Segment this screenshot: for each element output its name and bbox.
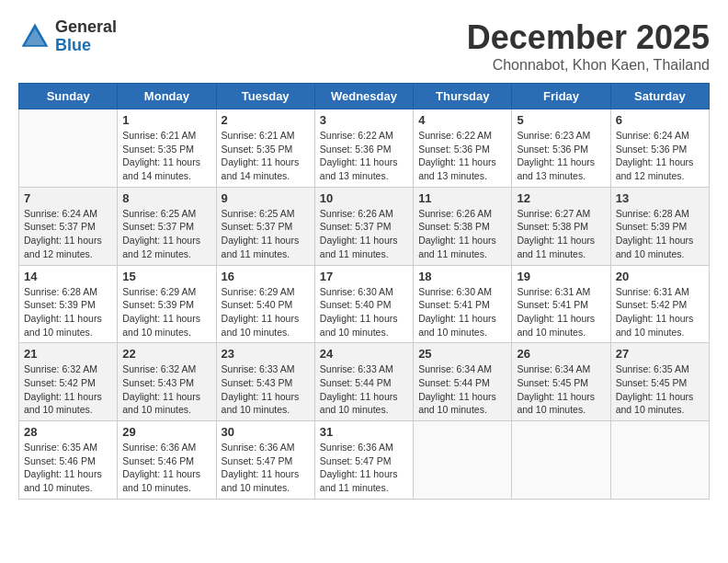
logo-blue: Blue — [55, 37, 117, 55]
day-number: 7 — [24, 191, 112, 205]
calendar-day-cell: 8Sunrise: 6:25 AM Sunset: 5:37 PM Daylig… — [118, 187, 216, 265]
day-number: 5 — [517, 113, 605, 127]
day-number: 22 — [122, 347, 210, 361]
logo-general: General — [55, 18, 117, 37]
day-info: Sunrise: 6:35 AM Sunset: 5:45 PM Dayligh… — [616, 362, 704, 417]
calendar-header-row: SundayMondayTuesdayWednesdayThursdayFrid… — [19, 84, 710, 109]
calendar-day-cell: 18Sunrise: 6:30 AM Sunset: 5:41 PM Dayli… — [414, 265, 512, 343]
calendar-day-header: Tuesday — [216, 84, 314, 109]
day-info: Sunrise: 6:36 AM Sunset: 5:46 PM Dayligh… — [122, 441, 210, 495]
day-info: Sunrise: 6:36 AM Sunset: 5:47 PM Dayligh… — [320, 441, 408, 495]
calendar-day-cell: 22Sunrise: 6:32 AM Sunset: 5:43 PM Dayli… — [118, 343, 216, 421]
month-title: December 2025 — [467, 18, 710, 57]
calendar-day-cell: 4Sunrise: 6:22 AM Sunset: 5:36 PM Daylig… — [414, 109, 512, 188]
calendar-day-cell: 17Sunrise: 6:30 AM Sunset: 5:40 PM Dayli… — [314, 265, 413, 343]
day-number: 19 — [517, 270, 605, 283]
calendar-day-cell: 2Sunrise: 6:21 AM Sunset: 5:35 PM Daylig… — [216, 109, 314, 188]
day-info: Sunrise: 6:33 AM Sunset: 5:43 PM Dayligh… — [222, 362, 310, 417]
day-number: 15 — [122, 270, 210, 283]
calendar-day-cell: 19Sunrise: 6:31 AM Sunset: 5:41 PM Dayli… — [512, 265, 610, 343]
day-info: Sunrise: 6:32 AM Sunset: 5:42 PM Dayligh… — [24, 362, 112, 417]
day-info: Sunrise: 6:30 AM Sunset: 5:41 PM Dayligh… — [418, 285, 506, 339]
day-info: Sunrise: 6:28 AM Sunset: 5:39 PM Dayligh… — [24, 285, 112, 339]
day-number: 25 — [418, 347, 506, 361]
day-info: Sunrise: 6:25 AM Sunset: 5:37 PM Dayligh… — [122, 207, 210, 261]
day-number: 4 — [418, 113, 506, 127]
calendar-week-row: 1Sunrise: 6:21 AM Sunset: 5:35 PM Daylig… — [19, 109, 710, 188]
calendar-day-cell: 1Sunrise: 6:21 AM Sunset: 5:35 PM Daylig… — [118, 109, 216, 188]
day-info: Sunrise: 6:28 AM Sunset: 5:39 PM Dayligh… — [616, 207, 704, 261]
day-info: Sunrise: 6:29 AM Sunset: 5:40 PM Dayligh… — [222, 285, 310, 339]
day-info: Sunrise: 6:29 AM Sunset: 5:39 PM Dayligh… — [122, 285, 210, 339]
calendar-day-cell: 26Sunrise: 6:34 AM Sunset: 5:45 PM Dayli… — [512, 343, 610, 421]
logo-icon — [18, 20, 51, 53]
day-info: Sunrise: 6:33 AM Sunset: 5:44 PM Dayligh… — [320, 362, 408, 417]
day-number: 12 — [517, 191, 605, 205]
day-number: 11 — [418, 191, 506, 205]
calendar-week-row: 21Sunrise: 6:32 AM Sunset: 5:42 PM Dayli… — [19, 343, 710, 421]
calendar-day-header: Thursday — [414, 84, 512, 109]
calendar-day-cell: 7Sunrise: 6:24 AM Sunset: 5:37 PM Daylig… — [19, 187, 118, 265]
day-number: 8 — [122, 191, 210, 205]
title-block: December 2025 Chonnabot, Khon Kaen, Thai… — [467, 18, 710, 74]
calendar-day-cell: 5Sunrise: 6:23 AM Sunset: 5:36 PM Daylig… — [512, 109, 610, 188]
day-number: 21 — [24, 347, 112, 361]
logo-text: General Blue — [55, 18, 117, 55]
calendar-week-row: 7Sunrise: 6:24 AM Sunset: 5:37 PM Daylig… — [19, 187, 710, 265]
day-number: 27 — [616, 347, 704, 361]
day-number: 1 — [122, 113, 210, 127]
calendar-day-cell: 30Sunrise: 6:36 AM Sunset: 5:47 PM Dayli… — [216, 421, 314, 500]
calendar-day-cell: 16Sunrise: 6:29 AM Sunset: 5:40 PM Dayli… — [216, 265, 314, 343]
day-info: Sunrise: 6:27 AM Sunset: 5:38 PM Dayligh… — [517, 207, 605, 261]
calendar-day-cell — [610, 421, 709, 500]
calendar-day-cell: 6Sunrise: 6:24 AM Sunset: 5:36 PM Daylig… — [610, 109, 709, 188]
day-info: Sunrise: 6:26 AM Sunset: 5:37 PM Dayligh… — [320, 207, 408, 261]
day-number: 29 — [122, 425, 210, 439]
calendar-day-cell: 31Sunrise: 6:36 AM Sunset: 5:47 PM Dayli… — [314, 421, 413, 500]
day-number: 30 — [222, 425, 310, 439]
calendar-day-cell: 10Sunrise: 6:26 AM Sunset: 5:37 PM Dayli… — [314, 187, 413, 265]
calendar-table: SundayMondayTuesdayWednesdayThursdayFrid… — [18, 83, 710, 500]
calendar-day-cell: 21Sunrise: 6:32 AM Sunset: 5:42 PM Dayli… — [19, 343, 118, 421]
calendar-day-header: Monday — [118, 84, 216, 109]
day-info: Sunrise: 6:25 AM Sunset: 5:37 PM Dayligh… — [222, 207, 310, 261]
calendar-day-cell: 12Sunrise: 6:27 AM Sunset: 5:38 PM Dayli… — [512, 187, 610, 265]
calendar-day-cell: 28Sunrise: 6:35 AM Sunset: 5:46 PM Dayli… — [19, 421, 118, 500]
calendar-day-cell: 13Sunrise: 6:28 AM Sunset: 5:39 PM Dayli… — [610, 187, 709, 265]
day-info: Sunrise: 6:26 AM Sunset: 5:38 PM Dayligh… — [418, 207, 506, 261]
day-info: Sunrise: 6:24 AM Sunset: 5:37 PM Dayligh… — [24, 207, 112, 261]
day-info: Sunrise: 6:36 AM Sunset: 5:47 PM Dayligh… — [222, 441, 310, 495]
day-info: Sunrise: 6:22 AM Sunset: 5:36 PM Dayligh… — [320, 129, 408, 183]
logo: General Blue — [18, 18, 117, 55]
day-number: 26 — [517, 347, 605, 361]
calendar-day-cell — [414, 421, 512, 500]
calendar-week-row: 14Sunrise: 6:28 AM Sunset: 5:39 PM Dayli… — [19, 265, 710, 343]
calendar-day-cell: 9Sunrise: 6:25 AM Sunset: 5:37 PM Daylig… — [216, 187, 314, 265]
day-info: Sunrise: 6:21 AM Sunset: 5:35 PM Dayligh… — [222, 129, 310, 183]
calendar-day-cell: 14Sunrise: 6:28 AM Sunset: 5:39 PM Dayli… — [19, 265, 118, 343]
calendar-day-cell — [19, 109, 118, 188]
page-header: General Blue December 2025 Chonnabot, Kh… — [18, 18, 710, 74]
day-number: 13 — [616, 191, 704, 205]
calendar-day-header: Friday — [512, 84, 610, 109]
calendar-day-cell — [512, 421, 610, 500]
day-number: 6 — [616, 113, 704, 127]
calendar-day-cell: 15Sunrise: 6:29 AM Sunset: 5:39 PM Dayli… — [118, 265, 216, 343]
day-info: Sunrise: 6:34 AM Sunset: 5:45 PM Dayligh… — [517, 362, 605, 417]
day-info: Sunrise: 6:31 AM Sunset: 5:41 PM Dayligh… — [517, 285, 605, 339]
day-number: 3 — [320, 113, 408, 127]
day-info: Sunrise: 6:30 AM Sunset: 5:40 PM Dayligh… — [320, 285, 408, 339]
day-number: 9 — [222, 191, 310, 205]
day-info: Sunrise: 6:35 AM Sunset: 5:46 PM Dayligh… — [24, 441, 112, 495]
day-info: Sunrise: 6:23 AM Sunset: 5:36 PM Dayligh… — [517, 129, 605, 183]
calendar-day-cell: 24Sunrise: 6:33 AM Sunset: 5:44 PM Dayli… — [314, 343, 413, 421]
calendar-day-cell: 29Sunrise: 6:36 AM Sunset: 5:46 PM Dayli… — [118, 421, 216, 500]
day-info: Sunrise: 6:21 AM Sunset: 5:35 PM Dayligh… — [122, 129, 210, 183]
location-title: Chonnabot, Khon Kaen, Thailand — [467, 57, 710, 74]
calendar-day-cell: 25Sunrise: 6:34 AM Sunset: 5:44 PM Dayli… — [414, 343, 512, 421]
day-info: Sunrise: 6:31 AM Sunset: 5:42 PM Dayligh… — [616, 285, 704, 339]
day-number: 14 — [24, 270, 112, 283]
day-number: 18 — [418, 270, 506, 283]
calendar-day-header: Wednesday — [314, 84, 413, 109]
day-info: Sunrise: 6:24 AM Sunset: 5:36 PM Dayligh… — [616, 129, 704, 183]
